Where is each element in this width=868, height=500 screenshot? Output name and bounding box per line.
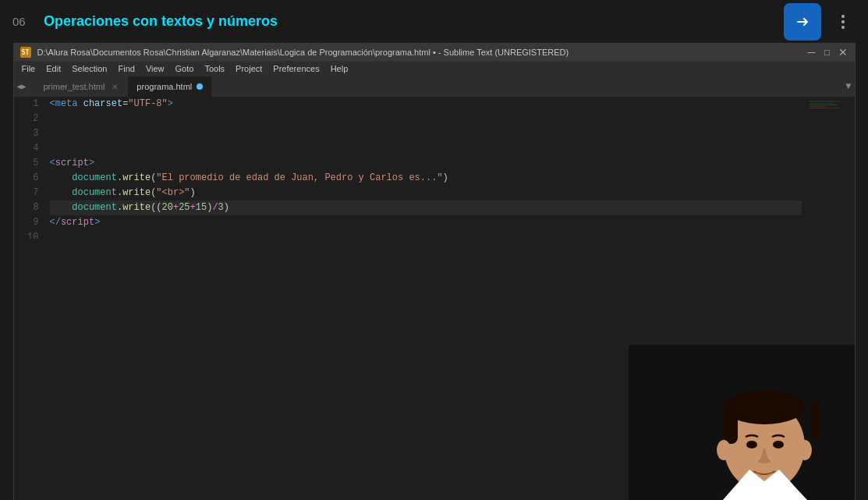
video-overlay bbox=[629, 345, 855, 500]
window-controls: ─ □ ✕ bbox=[806, 47, 849, 58]
menu-help[interactable]: Help bbox=[326, 62, 353, 75]
svg-point-8 bbox=[717, 440, 731, 460]
tab-close-icon[interactable]: ✕ bbox=[109, 81, 120, 92]
code-text[interactable]: <meta charset="UTF-8"> <script> document… bbox=[44, 97, 808, 239]
more-dot bbox=[841, 20, 845, 23]
svg-rect-4 bbox=[724, 401, 738, 444]
close-button[interactable]: ✕ bbox=[838, 47, 849, 58]
maximize-button[interactable]: □ bbox=[822, 47, 833, 58]
sublime-text-window: ST D:\Alura Rosa\Documentos Rosa\Christi… bbox=[13, 43, 856, 500]
code-line bbox=[50, 112, 802, 126]
more-dot bbox=[841, 15, 845, 18]
minimap[interactable] bbox=[808, 97, 855, 239]
menu-preferences[interactable]: Preferences bbox=[268, 62, 324, 75]
tab-label: primer_test.html bbox=[44, 82, 105, 91]
menu-tools[interactable]: Tools bbox=[200, 62, 229, 75]
svg-rect-5 bbox=[811, 401, 820, 440]
person-silhouette bbox=[629, 345, 855, 500]
menu-goto[interactable]: Goto bbox=[171, 62, 199, 75]
code-line: </script> bbox=[50, 215, 802, 230]
menu-edit[interactable]: Edit bbox=[41, 62, 66, 75]
lesson-number: 06 bbox=[12, 15, 34, 28]
code-line: <meta charset="UTF-8"> bbox=[50, 97, 802, 112]
menu-project[interactable]: Project bbox=[231, 62, 267, 75]
more-dot bbox=[841, 26, 845, 29]
tab-nav-arrows[interactable]: ◀▶ bbox=[17, 82, 27, 91]
code-editor[interactable]: 1 2 3 4 5 6 7 8 9 10 11 12 <meta charset… bbox=[14, 97, 855, 239]
code-line bbox=[50, 126, 802, 141]
line-numbers: 1 2 3 4 5 6 7 8 9 10 11 12 bbox=[14, 97, 44, 239]
window-titlebar: ST D:\Alura Rosa\Documentos Rosa\Christi… bbox=[14, 44, 855, 61]
more-options-button[interactable] bbox=[831, 9, 856, 34]
window-title: D:\Alura Rosa\Documentos Rosa\Christian … bbox=[37, 48, 800, 57]
next-button[interactable] bbox=[784, 3, 821, 41]
menu-bar: File Edit Selection Find View Goto Tools… bbox=[14, 61, 855, 76]
code-line: document.write("<br>") bbox=[50, 186, 802, 200]
menu-file[interactable]: File bbox=[17, 62, 41, 75]
menu-selection[interactable]: Selection bbox=[67, 62, 112, 75]
tab-dirty-indicator bbox=[197, 83, 203, 90]
tab-primer-test[interactable]: primer_test.html ✕ bbox=[36, 76, 129, 97]
code-line: document.write("El promedio de edad de J… bbox=[50, 171, 802, 186]
svg-point-9 bbox=[798, 440, 812, 460]
svg-point-7 bbox=[773, 441, 784, 449]
tab-programa[interactable]: programa.html bbox=[129, 76, 211, 97]
code-line: document.write((20+25+15)/3) bbox=[50, 200, 802, 215]
app-icon: ST bbox=[20, 47, 31, 58]
tab-label: programa.html bbox=[136, 82, 192, 91]
top-bar: 06 Operaciones con textos y números bbox=[0, 0, 868, 43]
tab-bar-scroll[interactable]: ▼ bbox=[845, 76, 854, 97]
code-line: <script> bbox=[50, 156, 802, 171]
code-line bbox=[50, 141, 802, 156]
minimize-button[interactable]: ─ bbox=[806, 47, 817, 58]
menu-find[interactable]: Find bbox=[113, 62, 139, 75]
lesson-title: Operaciones con textos y números bbox=[44, 13, 774, 30]
menu-view[interactable]: View bbox=[141, 62, 169, 75]
editor-empty-space bbox=[14, 239, 855, 500]
tab-bar: ◀▶ primer_test.html ✕ programa.html ▼ bbox=[14, 76, 855, 97]
svg-point-6 bbox=[746, 441, 757, 449]
